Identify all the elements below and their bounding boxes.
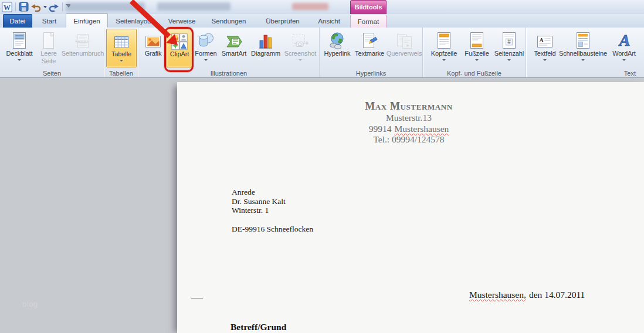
dropdown-arrow-icon bbox=[475, 59, 479, 63]
dropdown-arrow-icon bbox=[18, 59, 21, 63]
ribbon-group-hyperlinks: Hyperlink Textmarke Querverweis Hyperlin… bbox=[320, 28, 423, 77]
tab-ansicht[interactable]: Ansicht bbox=[311, 15, 347, 28]
tab-seitenlayout[interactable]: Seitenlayout bbox=[109, 15, 160, 28]
hyperlink-button[interactable]: Hyperlink bbox=[322, 29, 352, 67]
diagramm-button[interactable]: Diagramm bbox=[250, 29, 282, 67]
ribbon-group-text: A Textfeld Schnellbausteine A WordArt A … bbox=[526, 28, 644, 77]
blurred-window-title bbox=[292, 3, 328, 10]
text-box-icon: A bbox=[536, 29, 554, 49]
quick-access-toolbar: W bbox=[2, 1, 70, 13]
cross-reference-icon bbox=[395, 29, 413, 49]
tab-datei[interactable]: Datei bbox=[3, 14, 32, 28]
group-label-hyperlinks: Hyperlinks bbox=[320, 70, 422, 77]
footer-icon bbox=[469, 29, 484, 49]
svg-text:W: W bbox=[4, 3, 11, 11]
tab-start[interactable]: Start bbox=[34, 15, 65, 28]
dropdown-arrow-icon bbox=[120, 60, 123, 63]
save-icon[interactable] bbox=[19, 1, 29, 13]
blurred-window-title bbox=[66, 2, 145, 11]
screenshot-button[interactable]: Screenshot bbox=[283, 29, 318, 67]
ribbon-group-illustrationen: Grafik ClipArt bbox=[138, 28, 320, 77]
letterhead-city-line: 99914Mustershausen bbox=[177, 124, 640, 135]
ribbon-group-kopf-fusszeile: Kopfzeile Fußzeile # Seitenzahl Kopf- un… bbox=[423, 28, 526, 77]
contextual-tab-group-label: Bildtools bbox=[350, 0, 387, 14]
group-label-tabellen: Tabellen bbox=[104, 70, 138, 77]
redo-icon[interactable] bbox=[49, 1, 59, 13]
subject-line: Betreff/Grund bbox=[231, 322, 286, 332]
seitenumbruch-button[interactable]: Seitenumbruch bbox=[61, 29, 104, 67]
formen-button[interactable]: Formen bbox=[192, 29, 219, 67]
picture-icon bbox=[144, 29, 162, 49]
querverweis-button[interactable]: Querverweis bbox=[387, 29, 422, 67]
document-page[interactable]: Max Mustermann Musterstr.13 99914Musters… bbox=[177, 82, 644, 333]
title-bar: W bbox=[0, 0, 644, 13]
group-label-seiten: Seiten bbox=[0, 70, 104, 77]
dropdown-arrow-icon bbox=[442, 59, 446, 63]
svg-text:#: # bbox=[507, 39, 511, 45]
shapes-icon bbox=[197, 29, 215, 49]
dropdown-arrow-icon bbox=[204, 59, 208, 63]
word-logo-icon[interactable]: W bbox=[2, 1, 12, 13]
blurred-window-title bbox=[157, 2, 231, 11]
svg-text:A: A bbox=[539, 37, 544, 43]
letterhead-phone: Tel.: 09994/124578 bbox=[177, 134, 640, 145]
tab-sendungen[interactable]: Sendungen bbox=[204, 15, 253, 28]
wordart-button[interactable]: A WordArt bbox=[609, 29, 639, 67]
table-icon bbox=[113, 30, 130, 50]
clipart-icon bbox=[171, 30, 188, 50]
dropdown-arrow-icon bbox=[581, 59, 585, 63]
page-break-icon bbox=[74, 29, 91, 49]
initiale-button-partial[interactable]: A Initiale bbox=[640, 29, 644, 67]
smartart-button[interactable]: SmartArt bbox=[219, 29, 249, 67]
ribbon-tab-row: Datei Start Einfügen Seitenlayout Verwei… bbox=[0, 13, 644, 28]
recipient-city: DE-99916 Schneeflocken bbox=[232, 225, 313, 234]
screenshot-icon bbox=[292, 29, 309, 49]
textmarke-button[interactable]: Textmarke bbox=[353, 29, 386, 67]
quick-parts-icon bbox=[575, 29, 591, 49]
undo-icon[interactable] bbox=[30, 1, 41, 13]
clipart-button[interactable]: ClipArt bbox=[167, 29, 192, 67]
group-label-text: Text bbox=[526, 70, 644, 77]
recipient-name: Dr. Susanne Kalt bbox=[232, 197, 313, 206]
svg-text:A: A bbox=[618, 31, 631, 49]
recipient-address: Anrede Dr. Susanne Kalt Winterstr. 1 DE-… bbox=[232, 188, 313, 233]
ribbon-group-seiten: Deckblatt Leere Seite Seitenumbruch Seit… bbox=[0, 28, 104, 77]
ribbon: Deckblatt Leere Seite Seitenumbruch Seit… bbox=[0, 28, 644, 78]
dropdown-arrow-icon bbox=[507, 59, 511, 63]
kopfzeile-button[interactable]: Kopfzeile bbox=[428, 29, 460, 67]
tab-ueberpruefen[interactable]: Überprüfen bbox=[258, 15, 307, 28]
date-line: Mustershausen,den 14.07.2011 bbox=[469, 290, 585, 300]
spellcheck-underline: Mustershausen bbox=[394, 124, 449, 134]
spellcheck-underline: Mustershausen, bbox=[469, 290, 526, 300]
fusszeile-button[interactable]: Fußzeile bbox=[462, 29, 492, 67]
schnellbausteine-button[interactable]: Schnellbausteine bbox=[556, 29, 610, 67]
document-canvas: blog Max Mustermann Musterstr.13 99914Mu… bbox=[0, 78, 644, 333]
group-label-kopf-fusszeile: Kopf- und Fußzeile bbox=[423, 70, 526, 77]
dropdown-arrow-icon bbox=[543, 59, 547, 63]
letterhead-name: Max Mustermann bbox=[177, 100, 640, 113]
tabelle-button[interactable]: Tabelle bbox=[106, 29, 137, 67]
group-label-illustrationen: Illustrationen bbox=[138, 70, 319, 77]
dropdown-arrow-icon bbox=[299, 59, 302, 63]
chart-icon bbox=[257, 29, 274, 49]
dropdown-arrow-icon bbox=[622, 59, 626, 63]
globe-link-icon bbox=[328, 29, 346, 49]
letterhead-street: Musterstr.13 bbox=[177, 113, 640, 124]
cover-page-icon bbox=[12, 29, 27, 49]
background-watermark: blog bbox=[22, 300, 38, 308]
bookmark-icon bbox=[361, 29, 378, 49]
deckblatt-button[interactable]: Deckblatt bbox=[4, 29, 35, 67]
undo-dropdown-icon[interactable] bbox=[43, 6, 47, 10]
leere-seite-button[interactable]: Leere Seite bbox=[36, 29, 61, 67]
page-number-icon: # bbox=[501, 29, 517, 49]
header-icon bbox=[436, 29, 452, 49]
recipient-street: Winterstr. 1 bbox=[232, 206, 313, 215]
seitenzahl-button[interactable]: # Seitenzahl bbox=[493, 29, 525, 67]
tab-format[interactable]: Format bbox=[350, 15, 387, 28]
letterhead: Max Mustermann Musterstr.13 99914Musters… bbox=[177, 100, 640, 145]
grafik-button[interactable]: Grafik bbox=[141, 29, 165, 67]
smartart-icon bbox=[225, 29, 243, 49]
tab-verweise[interactable]: Verweise bbox=[161, 15, 203, 28]
tab-einfuegen[interactable]: Einfügen bbox=[66, 13, 108, 28]
recipient-salutation: Anrede bbox=[232, 188, 313, 197]
